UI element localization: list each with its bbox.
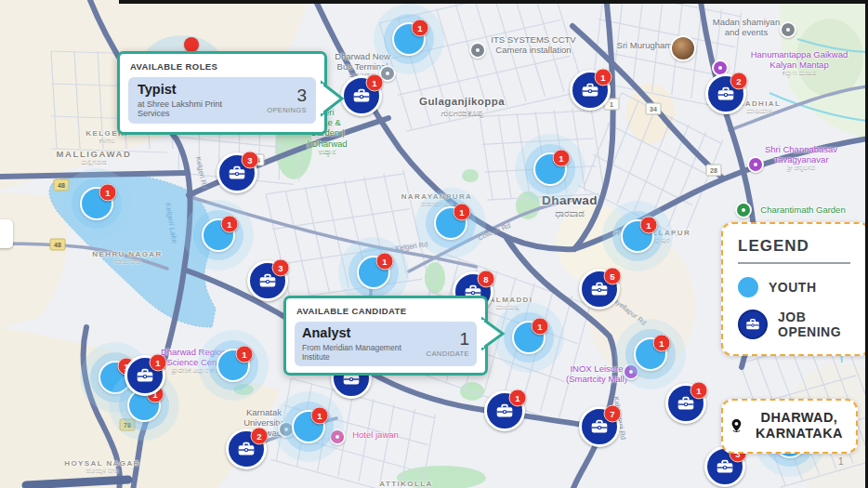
youth-marker[interactable]	[533, 152, 567, 186]
briefcase-icon	[738, 310, 768, 339]
job-marker[interactable]	[484, 390, 525, 431]
popup-pointer	[481, 315, 506, 352]
role-title: Typist	[138, 83, 254, 98]
briefcase-icon	[676, 393, 696, 414]
briefcase-icon	[257, 270, 278, 291]
location-label: DHARWAD, KARNATAKA	[750, 410, 848, 442]
legend-panel: LEGEND YOUTH JOB OPENING	[721, 222, 868, 356]
legend-job-label: JOB OPENING	[778, 310, 837, 339]
youth-marker[interactable]	[392, 22, 426, 56]
briefcase-icon	[135, 365, 155, 386]
roles-popup-header: AVAILABLE ROLES	[130, 61, 316, 72]
youth-swatch-icon	[738, 277, 758, 297]
briefcase-icon	[589, 416, 610, 437]
job-marker[interactable]	[125, 355, 165, 396]
available-candidate-popup: AVAILABLE CANDIDATE Analyst From Meridia…	[283, 296, 488, 376]
briefcase-icon	[716, 84, 736, 104]
youth-marker[interactable]	[292, 410, 325, 443]
road-number-label: 1	[838, 456, 844, 467]
candidate-title: Analyst	[302, 326, 419, 341]
role-count: 3	[267, 86, 307, 104]
legend-item-job: JOB OPENING	[738, 310, 856, 339]
candidate-popup-header: AVAILABLE CANDIDATE	[296, 306, 477, 316]
briefcase-icon	[589, 279, 610, 299]
location-panel: DHARWAD, KARNATAKA	[721, 399, 858, 454]
job-marker[interactable]	[705, 73, 746, 114]
role-count-label: OPENINGS	[267, 106, 307, 114]
briefcase-icon	[236, 439, 256, 459]
briefcase-icon	[494, 401, 515, 421]
legend-item-youth: YOUTH	[738, 277, 856, 297]
job-marker[interactable]	[217, 152, 257, 193]
youth-marker[interactable]	[217, 349, 250, 382]
job-youth-map-app: KELGERIಕೆಳಗೇರಿMALLIGAWADಮಲ್ಲಿಗವಾಡNAGARನಗ…	[0, 0, 868, 488]
job-marker[interactable]	[579, 269, 620, 310]
youth-marker[interactable]	[202, 218, 235, 252]
job-marker[interactable]	[665, 383, 706, 424]
youth-marker-partial[interactable]	[184, 37, 199, 52]
candidate-count-label: CANDIDATE	[427, 350, 469, 358]
legend-youth-label: YOUTH	[769, 280, 817, 295]
youth-marker[interactable]	[80, 187, 113, 220]
job-marker[interactable]	[226, 429, 267, 469]
youth-marker[interactable]	[621, 219, 654, 253]
candidate-count: 1	[427, 330, 469, 348]
job-marker[interactable]	[341, 75, 382, 116]
youth-marker[interactable]	[434, 206, 467, 240]
popup-pointer	[321, 78, 345, 119]
candidate-subtitle: From Meridian Management Institute	[302, 343, 419, 362]
briefcase-icon	[227, 163, 247, 183]
legend-title: LEGEND	[738, 237, 856, 256]
youth-marker[interactable]	[634, 337, 667, 371]
map-control-partial[interactable]	[0, 219, 13, 248]
job-marker[interactable]	[570, 70, 611, 111]
briefcase-icon	[351, 86, 372, 106]
candidate-card[interactable]: Analyst From Meridian Management Institu…	[295, 322, 477, 366]
available-roles-popup: AVAILABLE ROLES Typist at Shree Lakshmi …	[117, 51, 327, 135]
youth-marker[interactable]	[357, 256, 390, 289]
role-subtitle: at Shree Lakshmi Print Services	[138, 99, 254, 118]
job-marker[interactable]	[247, 260, 288, 301]
role-card[interactable]: Typist at Shree Lakshmi Print Services 3…	[128, 77, 316, 124]
window-top-edge	[119, 0, 868, 4]
briefcase-icon	[580, 80, 600, 100]
job-marker[interactable]	[579, 406, 620, 447]
briefcase-icon	[715, 456, 735, 477]
location-pin-icon	[730, 414, 743, 438]
legend-divider	[738, 262, 850, 264]
youth-marker[interactable]	[512, 321, 546, 354]
